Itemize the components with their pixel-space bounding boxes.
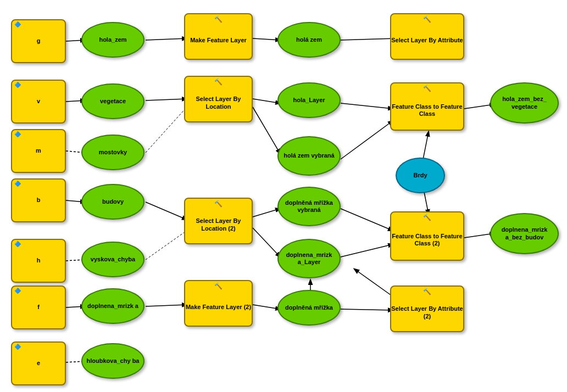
oval-doplnena-mrizka-layer[interactable]: doplnena_mrizk a_Layer: [277, 239, 341, 278]
data-icon-m: 🔷: [14, 131, 21, 138]
oval-hola-layer[interactable]: hola_Layer: [277, 82, 341, 118]
node-h-label: h: [37, 257, 41, 264]
data-icon-v: 🔷: [14, 82, 21, 88]
oval-hola-zem-2-label: holá zem: [296, 36, 322, 43]
tool-select-layer-location-2[interactable]: 🔨 Select Layer By Location (2): [184, 198, 253, 244]
oval-doplnena-mrizka-2[interactable]: doplněná mřížka: [277, 290, 341, 326]
tool-make-feature-layer-1-label: Make Feature Layer: [190, 37, 247, 44]
oval-doplnena-mrizka-bez-budov-label: doplnena_mrizk a_bez_budov: [491, 226, 558, 240]
oval-doplnena-mrizka[interactable]: doplnena_mrizk a: [81, 288, 144, 324]
svg-line-15: [253, 209, 280, 217]
tool-select-layer-location-1[interactable]: 🔨 Select Layer By Location: [184, 76, 253, 122]
node-g[interactable]: 🔷 g: [11, 19, 66, 63]
oval-doplnena-mrizka-label: doplnena_mrizk a: [87, 303, 138, 310]
tool-icon-4: 🔨: [214, 282, 223, 290]
oval-hola-zem-vybrana[interactable]: holá zem vybraná: [277, 136, 341, 176]
node-v-label: v: [37, 98, 40, 105]
tool-icon-8: 🔨: [423, 288, 431, 295]
node-h[interactable]: 🔷 h: [11, 239, 66, 283]
oval-vegetace-label: vegetace: [100, 98, 126, 105]
node-e-label: e: [37, 360, 40, 367]
svg-line-12: [253, 107, 280, 154]
oval-hola-zem-2[interactable]: holá zem: [277, 22, 341, 58]
oval-hola-zem-bez-vegetace-label: hola_zem_bez_ vegetace: [491, 96, 558, 110]
oval-hola-zem[interactable]: hola_zem: [81, 22, 144, 58]
tool-feature-class-to-feature-class-1[interactable]: 🔨 Feature Class to Feature Class: [390, 82, 464, 131]
svg-line-25: [146, 305, 187, 306]
tool-feature-class-to-feature-class-2[interactable]: 🔨 Feature Class to Feature Class (2): [390, 211, 464, 261]
data-icon-h: 🔷: [14, 241, 21, 248]
oval-hola-zem-bez-vegetace[interactable]: hola_zem_bez_ vegetace: [490, 82, 559, 124]
oval-mostovky[interactable]: mostovky: [81, 135, 144, 170]
svg-line-1: [146, 38, 187, 40]
tool-select-layer-location-2-label: Select Layer By Location (2): [185, 217, 252, 232]
svg-line-26: [253, 305, 280, 309]
svg-line-27: [341, 309, 393, 310]
svg-line-23: [146, 231, 187, 260]
data-icon-e: 🔷: [14, 344, 21, 350]
oval-vegetace[interactable]: vegetace: [81, 83, 144, 119]
tool-icon-1: 🔨: [214, 15, 223, 23]
svg-line-7: [341, 103, 393, 109]
tool-icon-2: 🔨: [214, 78, 223, 86]
oval-vyskova-chyba-label: vyskova_chyba: [91, 256, 135, 263]
tool-icon-5: 🔨: [423, 15, 431, 23]
node-g-label: g: [37, 37, 41, 44]
oval-brdy-label: Brdy: [413, 172, 427, 179]
svg-line-18: [341, 244, 393, 257]
tool-select-layer-attr-2-label: Select Layer By Attribute (2): [391, 305, 463, 320]
oval-doplnena-mrizka-layer-label: doplnena_mrizk a_Layer: [279, 251, 340, 266]
workflow-canvas: 🔷 g 🔷 v 🔷 m 🔷 b 🔷 h 🔷 f 🔷 e hola_zem veg…: [0, 0, 567, 392]
tool-make-feature-layer-1[interactable]: 🔨 Make Feature Layer: [184, 13, 253, 60]
oval-vyskova-chyba[interactable]: vyskova_chyba: [81, 242, 144, 277]
svg-line-14: [146, 202, 187, 220]
tool-select-layer-attr-1[interactable]: 🔨 Select Layer By Attribute: [390, 13, 464, 60]
node-m[interactable]: 🔷 m: [11, 129, 66, 173]
svg-line-30: [354, 269, 393, 296]
svg-line-3: [341, 38, 396, 40]
tool-feature-class-2-label: Feature Class to Feature Class (2): [391, 233, 463, 247]
oval-doplnena-mrizka-2-label: doplněná mřížka: [285, 304, 333, 311]
oval-hola-zem-label: hola_zem: [99, 36, 126, 43]
oval-brdy[interactable]: Brdy: [396, 158, 445, 193]
data-icon-b: 🔷: [14, 181, 21, 187]
tool-make-feature-layer-2-label: Make Feature Layer (2): [186, 304, 251, 311]
svg-line-8: [341, 121, 393, 159]
svg-line-16: [253, 228, 280, 257]
svg-line-2: [253, 38, 280, 40]
oval-hloubkova-chyba-label: hloubkova_chy ba: [87, 357, 140, 365]
node-f[interactable]: 🔷 f: [11, 285, 66, 329]
oval-budovy[interactable]: budovy: [81, 184, 144, 220]
oval-doplnena-mrizka-vybrana[interactable]: doplněná mřížka vybraná: [277, 187, 341, 226]
tool-select-layer-location-1-label: Select Layer By Location: [185, 96, 252, 110]
oval-doplnena-mrizka-vybrana-label: doplněná mřížka vybraná: [279, 199, 340, 214]
tool-icon-3: 🔨: [214, 200, 223, 208]
tool-icon-6: 🔨: [423, 85, 431, 92]
node-e[interactable]: 🔷 e: [11, 341, 66, 385]
oval-mostovky-label: mostovky: [99, 149, 127, 156]
node-b[interactable]: 🔷 b: [11, 178, 66, 222]
node-f-label: f: [37, 304, 40, 311]
tool-make-feature-layer-2[interactable]: 🔨 Make Feature Layer (2): [184, 280, 253, 327]
oval-hloubkova-chyba[interactable]: hloubkova_chy ba: [81, 343, 144, 379]
node-m-label: m: [36, 147, 41, 154]
oval-hola-zem-vybrana-label: holá zem vybraná: [284, 152, 334, 159]
data-icon-g: 🔷: [14, 21, 21, 28]
oval-budovy-label: budovy: [102, 198, 124, 205]
node-v[interactable]: 🔷 v: [11, 80, 66, 124]
svg-line-17: [341, 209, 393, 231]
svg-line-6: [253, 99, 280, 103]
svg-line-11: [146, 107, 187, 153]
oval-doplnena-mrizka-bez-budov[interactable]: doplnena_mrizk a_bez_budov: [490, 213, 559, 254]
tool-feature-class-1-label: Feature Class to Feature Class: [391, 103, 463, 117]
node-b-label: b: [37, 197, 41, 204]
oval-hola-layer-label: hola_Layer: [293, 97, 325, 104]
tool-select-layer-attr-2[interactable]: 🔨 Select Layer By Attribute (2): [390, 285, 464, 332]
tool-select-layer-attr-1-label: Select Layer By Attribute: [391, 37, 463, 44]
data-icon-f: 🔷: [14, 288, 21, 294]
svg-line-5: [146, 99, 187, 100]
tool-icon-7: 🔨: [423, 214, 431, 221]
svg-line-20: [423, 132, 429, 159]
